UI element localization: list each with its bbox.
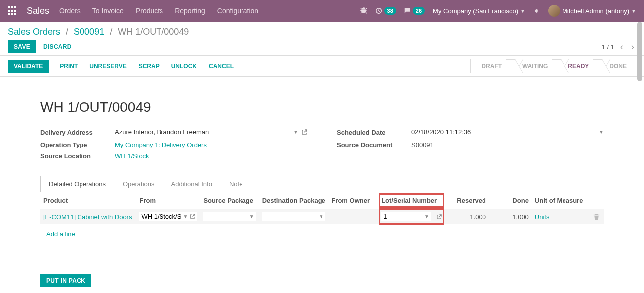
tab-note[interactable]: Note <box>221 176 251 192</box>
col-from-owner[interactable]: From Owner <box>328 192 377 209</box>
delivery-address-input[interactable] <box>115 128 293 136</box>
breadcrumb-order[interactable]: S00091 <box>74 27 104 37</box>
nav-menu-configuration[interactable]: Configuration <box>217 7 258 15</box>
col-source-package[interactable]: Source Package <box>200 192 259 209</box>
cell-destination-package-input[interactable] <box>264 213 319 220</box>
cell-from-field[interactable]: ▼ <box>139 212 197 221</box>
cell-source-package-field[interactable]: ▼ <box>203 212 256 221</box>
lot-serial-highlight: Lot/Serial Number <box>379 193 444 208</box>
apps-icon[interactable] <box>8 6 17 15</box>
chevron-down-icon: ▼ <box>424 214 429 219</box>
nav-menu-to-invoice[interactable]: To Invoice <box>92 7 124 15</box>
operation-type-label: Operation Type <box>40 141 115 148</box>
bug-icon[interactable] <box>360 7 367 14</box>
external-link-icon[interactable] <box>436 214 442 220</box>
user-name: Mitchell Admin (antony) <box>562 7 629 15</box>
unlock-button[interactable]: UNLOCK <box>165 60 203 73</box>
breadcrumb-current: WH 1/OUT/00049 <box>118 27 189 37</box>
cell-source-package-input[interactable] <box>205 213 249 220</box>
pager-prev[interactable]: ‹ <box>618 42 625 52</box>
scheduled-date-field[interactable]: ▼ <box>411 127 604 137</box>
save-button[interactable]: SAVE <box>8 40 36 53</box>
cell-reserved: 1.000 <box>446 209 489 224</box>
scroll-thumb[interactable] <box>637 22 642 81</box>
tab-detailed-operations[interactable]: Detailed Operations <box>40 176 114 192</box>
breadcrumb-sales-orders[interactable]: Sales Orders <box>8 27 60 37</box>
debug-tools-icon[interactable] <box>533 7 540 14</box>
chevron-down-icon: ▼ <box>520 8 525 14</box>
cell-destination-package-field[interactable]: ▼ <box>262 212 326 221</box>
col-destination-package[interactable]: Destination Package <box>259 192 329 209</box>
app-brand[interactable]: Sales <box>27 6 49 16</box>
cell-lot-serial-input[interactable] <box>383 213 424 220</box>
discard-button[interactable]: DISCARD <box>43 43 72 50</box>
chevron-down-icon: ▼ <box>319 214 324 219</box>
tab-additional-info[interactable]: Additional Info <box>163 176 221 192</box>
nav-menu-orders[interactable]: Orders <box>59 7 80 15</box>
put-in-pack-button[interactable]: PUT IN PACK <box>40 274 91 287</box>
external-link-icon[interactable] <box>301 129 307 135</box>
record-title: WH 1/OUT/00049 <box>40 99 604 115</box>
col-done[interactable]: Done <box>489 192 532 209</box>
status-draft[interactable]: DRAFT <box>470 59 511 73</box>
col-product[interactable]: Product <box>40 192 136 209</box>
company-name: My Company (San Francisco) <box>433 7 518 15</box>
pager: 1 / 1 ‹ › <box>602 42 636 52</box>
cell-uom[interactable]: Units <box>535 213 550 220</box>
col-lot-serial[interactable]: Lot/Serial Number <box>377 192 446 209</box>
nav-menu: Orders To Invoice Products Reporting Con… <box>59 7 258 15</box>
nav-right: 38 26 My Company (San Francisco) ▼ Mitch… <box>360 5 636 17</box>
scheduled-date-label: Scheduled Date <box>337 129 411 136</box>
status-bar: DRAFT WAITING READY DONE <box>470 59 636 73</box>
source-document-value: S00091 <box>411 141 604 148</box>
activities-button[interactable]: 38 <box>375 7 396 15</box>
nav-menu-reporting[interactable]: Reporting <box>175 7 205 15</box>
pager-next[interactable]: › <box>629 42 636 52</box>
tabs: Detailed Operations Operations Additiona… <box>40 176 604 192</box>
source-location-value[interactable]: WH 1/Stock <box>115 152 307 160</box>
col-uom[interactable]: Unit of Measure <box>532 192 590 209</box>
col-from[interactable]: From <box>136 192 200 209</box>
cell-from-owner[interactable] <box>328 209 377 224</box>
unreserve-button[interactable]: UNRESERVE <box>83 60 132 73</box>
delivery-address-field[interactable]: ▼ <box>115 127 298 137</box>
operation-type-value[interactable]: My Company 1: Delivery Orders <box>115 141 307 148</box>
pager-text: 1 / 1 <box>602 43 614 51</box>
chevron-down-icon: ▼ <box>631 8 636 14</box>
action-bar: VALIDATE PRINT UNRESERVE SCRAP UNLOCK CA… <box>0 55 644 77</box>
cell-product[interactable]: [E-COM11] Cabinet with Doors <box>43 213 132 220</box>
scrollbar[interactable] <box>637 22 643 293</box>
cell-done[interactable]: 1.000 <box>489 209 532 224</box>
control-bar: Sales Orders / S00091 / WH 1/OUT/00049 S… <box>0 22 644 55</box>
user-menu[interactable]: Mitchell Admin (antony) ▼ <box>548 5 636 17</box>
col-reserved[interactable]: Reserved <box>446 192 489 209</box>
chevron-down-icon: ▼ <box>599 129 604 135</box>
delivery-address-label: Delivery Address <box>40 129 115 136</box>
operations-table: Product From Source Package Destination … <box>40 192 604 244</box>
nav-menu-products[interactable]: Products <box>136 7 163 15</box>
cancel-button[interactable]: CANCEL <box>203 60 240 73</box>
chevron-down-icon: ▼ <box>183 214 188 219</box>
breadcrumb: Sales Orders / S00091 / WH 1/OUT/00049 <box>8 27 636 37</box>
company-selector[interactable]: My Company (San Francisco) ▼ <box>433 7 525 15</box>
chevron-down-icon: ▼ <box>249 214 254 219</box>
nav-left: Sales Orders To Invoice Products Reporti… <box>8 6 258 16</box>
scrap-button[interactable]: SCRAP <box>133 60 165 73</box>
chevron-down-icon: ▼ <box>293 129 298 135</box>
cell-lot-serial-field[interactable]: ▼ <box>381 212 431 221</box>
source-location-label: Source Location <box>40 152 115 160</box>
user-avatar <box>548 5 560 17</box>
external-link-icon[interactable] <box>190 214 195 219</box>
scheduled-date-input[interactable] <box>411 128 599 136</box>
add-line-link[interactable]: Add a line <box>43 226 78 242</box>
print-button[interactable]: PRINT <box>54 60 83 73</box>
activities-badge: 38 <box>384 7 396 15</box>
table-row[interactable]: [E-COM11] Cabinet with Doors ▼ <box>40 209 604 224</box>
top-navbar: Sales Orders To Invoice Products Reporti… <box>0 0 644 22</box>
form-sheet: WH 1/OUT/00049 Delivery Address ▼ Operat… <box>24 87 620 293</box>
delete-row-icon[interactable] <box>590 209 604 224</box>
tab-operations[interactable]: Operations <box>114 176 163 192</box>
validate-button[interactable]: VALIDATE <box>8 60 49 73</box>
cell-from-input[interactable] <box>141 213 183 220</box>
messages-button[interactable]: 26 <box>404 7 425 15</box>
